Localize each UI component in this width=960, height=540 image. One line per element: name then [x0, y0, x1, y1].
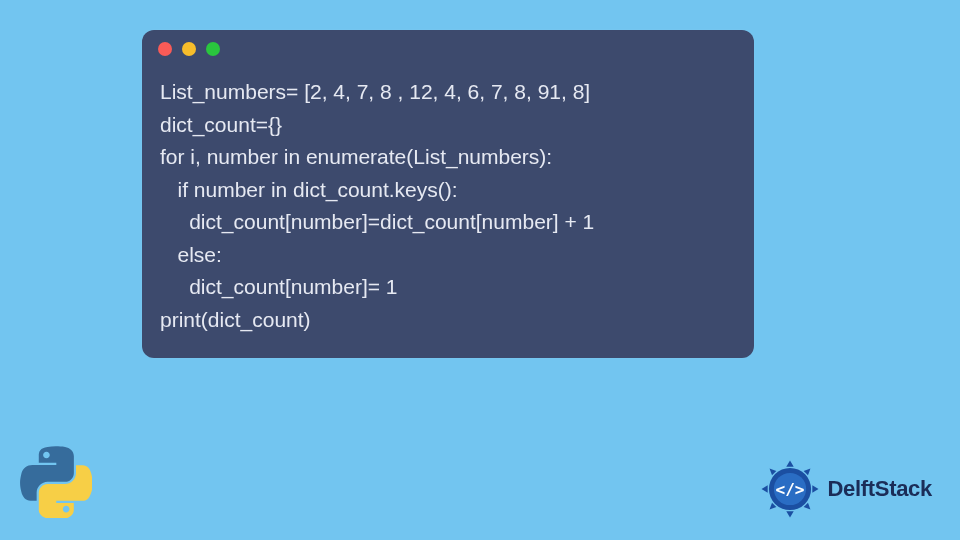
code-line: for i, number in enumerate(List_numbers)… [160, 141, 736, 174]
code-line: dict_count[number]=dict_count[number] + … [160, 206, 736, 239]
svg-marker-2 [787, 511, 794, 517]
delftstack-logo: </> DelftStack [759, 458, 932, 520]
svg-marker-3 [762, 485, 768, 492]
svg-marker-1 [787, 460, 794, 466]
svg-marker-4 [813, 485, 819, 492]
code-line: dict_count={} [160, 109, 736, 142]
code-line: List_numbers= [2, 4, 7, 8 , 12, 4, 6, 7,… [160, 76, 736, 109]
minimize-icon[interactable] [182, 42, 196, 56]
code-line: if number in dict_count.keys(): [160, 174, 736, 207]
code-body: List_numbers= [2, 4, 7, 8 , 12, 4, 6, 7,… [142, 68, 754, 358]
close-icon[interactable] [158, 42, 172, 56]
code-line: dict_count[number]= 1 [160, 271, 736, 304]
code-window: List_numbers= [2, 4, 7, 8 , 12, 4, 6, 7,… [142, 30, 754, 358]
python-logo-icon [20, 446, 92, 518]
delftstack-text: DelftStack [827, 476, 932, 502]
code-line: print(dict_count) [160, 304, 736, 337]
window-titlebar [142, 30, 754, 68]
delftstack-gear-icon: </> [759, 458, 821, 520]
code-line: else: [160, 239, 736, 272]
svg-text:</>: </> [776, 480, 805, 499]
maximize-icon[interactable] [206, 42, 220, 56]
